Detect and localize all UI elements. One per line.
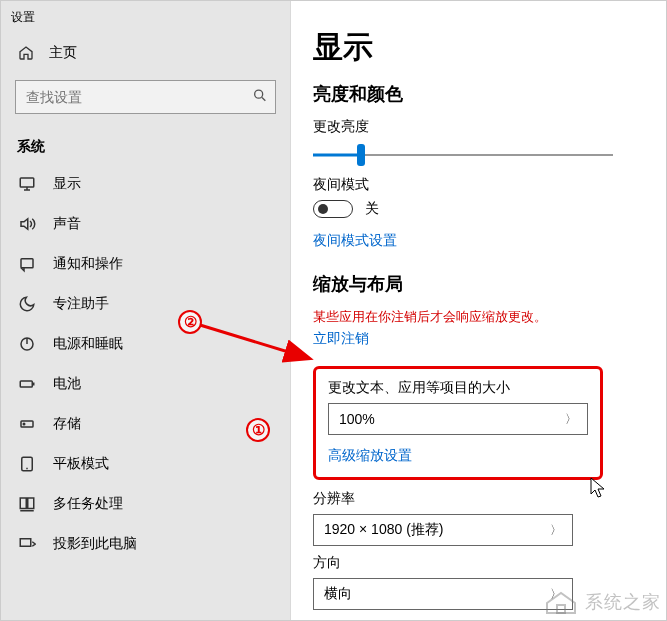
- sidebar-item-multitask[interactable]: 多任务处理: [1, 484, 290, 524]
- resolution-label: 分辨率: [313, 490, 644, 508]
- night-mode-label: 夜间模式: [313, 176, 644, 194]
- night-mode-toggle[interactable]: [313, 200, 353, 218]
- main-content: 显示 亮度和颜色 更改亮度 夜间模式 关 夜间模式设置 缩放与布局 某些应用在你…: [291, 1, 666, 620]
- sidebar-item-battery[interactable]: 电池: [1, 364, 290, 404]
- sidebar-item-notifications[interactable]: 通知和操作: [1, 244, 290, 284]
- svg-marker-5: [21, 219, 28, 230]
- sidebar-item-storage[interactable]: 存储: [1, 404, 290, 444]
- night-mode-state: 关: [365, 200, 379, 218]
- project-icon: [17, 535, 37, 553]
- search-wrap: [15, 80, 276, 114]
- home-label: 主页: [49, 44, 77, 62]
- sidebar-item-label: 专注助手: [53, 295, 109, 313]
- logout-link[interactable]: 立即注销: [313, 330, 369, 348]
- resolution-value: 1920 × 1080 (推荐): [324, 521, 443, 539]
- chevron-down-icon: 〉: [550, 522, 562, 539]
- sidebar: 设置 主页 系统 显示 声音: [1, 1, 291, 620]
- sidebar-item-label: 声音: [53, 215, 81, 233]
- night-mode-settings-link[interactable]: 夜间模式设置: [313, 232, 397, 250]
- sidebar-section-head: 系统: [1, 124, 290, 164]
- toggle-knob: [318, 204, 328, 214]
- svg-rect-18: [20, 539, 31, 547]
- orientation-value: 横向: [324, 585, 352, 603]
- resolution-select[interactable]: 1920 × 1080 (推荐) 〉: [313, 514, 573, 546]
- orientation-label: 方向: [313, 554, 644, 572]
- sidebar-item-label: 投影到此电脑: [53, 535, 137, 553]
- scale-select[interactable]: 100% 〉: [328, 403, 588, 435]
- sidebar-item-focus[interactable]: 专注助手: [1, 284, 290, 324]
- sidebar-item-label: 存储: [53, 415, 81, 433]
- storage-icon: [17, 415, 37, 433]
- sidebar-item-label: 通知和操作: [53, 255, 123, 273]
- chevron-down-icon: 〉: [565, 411, 577, 428]
- monitor-icon: [17, 175, 37, 193]
- scale-highlight-box: 更改文本、应用等项目的大小 100% 〉 高级缩放设置: [313, 366, 603, 480]
- advanced-scale-link[interactable]: 高级缩放设置: [328, 447, 412, 465]
- brightness-slider[interactable]: [313, 142, 613, 168]
- scale-warning-text: 某些应用在你注销后才会响应缩放更改。: [313, 308, 644, 326]
- sidebar-item-power[interactable]: 电源和睡眠: [1, 324, 290, 364]
- sidebar-item-tablet[interactable]: 平板模式: [1, 444, 290, 484]
- sidebar-item-display[interactable]: 显示: [1, 164, 290, 204]
- svg-rect-2: [20, 178, 34, 187]
- multitask-icon: [17, 495, 37, 513]
- svg-rect-6: [21, 259, 33, 268]
- sidebar-item-project[interactable]: 投影到此电脑: [1, 524, 290, 564]
- scale-section-title: 缩放与布局: [313, 272, 644, 296]
- svg-rect-15: [20, 498, 26, 509]
- sidebar-item-label: 电源和睡眠: [53, 335, 123, 353]
- svg-rect-9: [20, 381, 32, 387]
- home-icon: [17, 45, 35, 61]
- notification-icon: [17, 255, 37, 273]
- scale-label: 更改文本、应用等项目的大小: [328, 379, 588, 397]
- moon-icon: [17, 295, 37, 313]
- home-nav[interactable]: 主页: [1, 34, 290, 72]
- page-title: 显示: [313, 27, 644, 68]
- slider-thumb[interactable]: [357, 144, 365, 166]
- search-input[interactable]: [15, 80, 276, 114]
- slider-fill: [313, 154, 361, 157]
- tablet-icon: [17, 455, 37, 473]
- scale-value: 100%: [339, 411, 375, 427]
- window-title: 设置: [1, 5, 290, 34]
- svg-point-12: [23, 423, 25, 425]
- brightness-section-title: 亮度和颜色: [313, 82, 644, 106]
- battery-icon: [17, 375, 37, 393]
- sidebar-item-sound[interactable]: 声音: [1, 204, 290, 244]
- sidebar-item-label: 显示: [53, 175, 81, 193]
- brightness-label: 更改亮度: [313, 118, 644, 136]
- chevron-down-icon: 〉: [550, 586, 562, 603]
- sidebar-item-label: 平板模式: [53, 455, 109, 473]
- sound-icon: [17, 215, 37, 233]
- power-icon: [17, 335, 37, 353]
- sidebar-item-label: 电池: [53, 375, 81, 393]
- orientation-select[interactable]: 横向 〉: [313, 578, 573, 610]
- svg-rect-16: [28, 498, 34, 509]
- sidebar-item-label: 多任务处理: [53, 495, 123, 513]
